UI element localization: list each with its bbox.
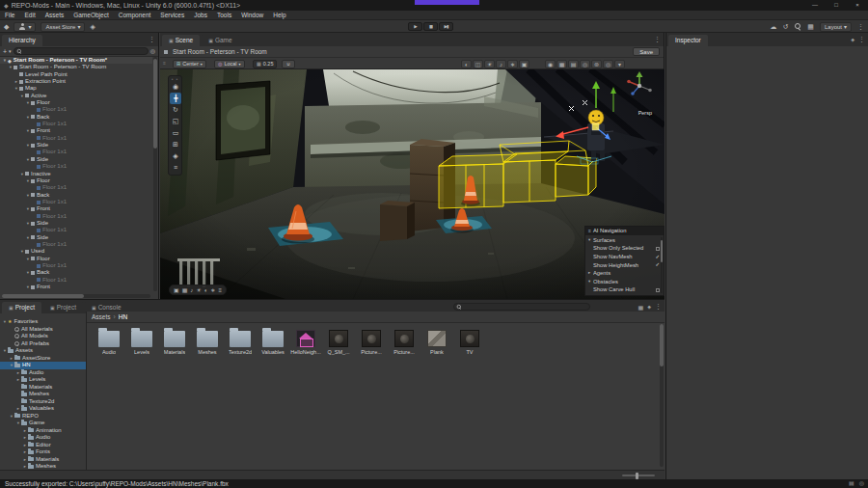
audio-icon[interactable]: ♪: [190, 285, 193, 295]
snap-settings-button[interactable]: ∪: [282, 60, 295, 68]
lighting-icon[interactable]: ☀: [196, 285, 201, 295]
step-button[interactable]: ▶▮: [439, 22, 453, 31]
hierarchy-row[interactable]: ▾Front: [0, 205, 152, 212]
hierarchy-row[interactable]: ▾Side: [0, 142, 152, 149]
lock-icon[interactable]: ◈: [851, 37, 854, 42]
menu-services[interactable]: Services: [155, 11, 189, 19]
project-tree-item-materials[interactable]: ▸Materials: [0, 456, 86, 464]
nav-row-show-navmesh[interactable]: Show NavMesh✓: [585, 253, 664, 261]
effects-icon[interactable]: ∗: [210, 285, 215, 295]
add-gameobject-button[interactable]: +: [3, 47, 7, 56]
asset-item-tv[interactable]: TV: [453, 323, 486, 369]
pivot-dropdown[interactable]: ⊞Center▾: [173, 60, 206, 68]
project-tree-item-assetstore[interactable]: ▸AssetStore: [0, 355, 86, 363]
space-dropdown[interactable]: ◎Local▾: [214, 60, 245, 68]
project-tree-item-favorites[interactable]: ▾★Favorites: [0, 318, 86, 326]
nav-row-show-only-selected[interactable]: Show Only Selected: [585, 244, 664, 253]
menu-window[interactable]: Window: [236, 11, 268, 19]
project-tree-item-valuables[interactable]: ▸Valuables: [0, 405, 86, 413]
asset-item-audio[interactable]: Audio: [93, 323, 125, 369]
nav-overlay-scrollbar[interactable]: [661, 237, 664, 293]
hierarchy-search-input[interactable]: [14, 47, 149, 55]
hierarchy-row[interactable]: Floor 1x1: [0, 277, 152, 284]
hierarchy-row[interactable]: ▾Side: [0, 234, 152, 241]
hierarchy-hscrollbar[interactable]: [2, 294, 150, 298]
hierarchy-row[interactable]: ▾◆Start Room - Peterson - TV Room*: [0, 57, 152, 64]
hierarchy-row[interactable]: Floor 1x1: [0, 213, 152, 220]
transform-tool-button[interactable]: ⊞: [170, 139, 181, 150]
hierarchy-row[interactable]: ▾Start Room - Peterson - TV Room: [0, 64, 152, 70]
scene-menu-icon[interactable]: ⋮: [654, 36, 661, 43]
hierarchy-row[interactable]: Floor 1x1: [0, 199, 152, 205]
hierarchy-row[interactable]: ▾Map: [0, 85, 152, 92]
hierarchy-row[interactable]: Floor 1x1: [0, 121, 152, 127]
layers-icon[interactable]: ▤: [568, 60, 579, 68]
asset-visibility-icon[interactable]: ▦: [637, 304, 643, 311]
asset-item-levels[interactable]: Levels: [125, 323, 158, 369]
project-tree-item-all-materials[interactable]: All Materials: [0, 326, 86, 334]
project-tree-item-all-prefabs[interactable]: All Prefabs: [0, 340, 86, 348]
menu-file[interactable]: File: [0, 11, 19, 19]
scale-tool-button[interactable]: ◱: [170, 116, 181, 127]
asset-item-picture[interactable]: Picture...: [388, 323, 420, 369]
checkbox[interactable]: ✓: [655, 255, 660, 259]
project-tree-item-audio[interactable]: ▸Audio: [0, 434, 86, 442]
undo-history-icon[interactable]: ↺: [782, 21, 788, 32]
caret-icon[interactable]: ▾: [614, 60, 625, 68]
checkbox[interactable]: ✓: [655, 262, 660, 267]
project-tree-item-levels[interactable]: ▸Levels: [0, 376, 86, 384]
scene-visibility-icon[interactable]: ◎: [150, 47, 155, 56]
project-menu-icon[interactable]: ⋮: [655, 303, 662, 311]
eye-icon[interactable]: ◎: [580, 60, 590, 68]
effects-icon[interactable]: ∗: [507, 60, 518, 68]
project-tree-item-game[interactable]: ▾Game: [0, 420, 86, 427]
grid-icon[interactable]: ▦: [182, 285, 188, 295]
more-tool-button[interactable]: ≡: [170, 162, 181, 174]
project-tree-item-texture2d[interactable]: Texture2d: [0, 398, 86, 406]
hierarchy-row[interactable]: Floor 1x1: [0, 135, 152, 142]
more-icon[interactable]: ≡: [218, 285, 222, 295]
hierarchy-row[interactable]: Level Path Point: [0, 71, 152, 78]
lighting-icon[interactable]: ☀: [484, 60, 495, 68]
thumbnail-zoom-slider[interactable]: [622, 474, 655, 476]
hierarchy-row[interactable]: ▾Floor: [0, 177, 152, 184]
asset-item-texture2d[interactable]: Texture2d: [224, 323, 257, 369]
shading-icon[interactable]: ◐: [461, 60, 472, 68]
project-scrollbar[interactable]: [660, 324, 664, 467]
save-button[interactable]: Save: [633, 47, 660, 56]
asset-item-plank[interactable]: Plank: [420, 323, 453, 369]
camera-icon[interactable]: ▣: [174, 285, 179, 295]
move-tool-button[interactable]: ╋: [170, 93, 181, 104]
play-button[interactable]: ▶: [408, 22, 422, 31]
menu-edit[interactable]: Edit: [19, 11, 40, 19]
hierarchy-row[interactable]: ▾Used: [0, 248, 152, 255]
hierarchy-row[interactable]: ▸Extraction Point: [0, 78, 152, 85]
camera-icon[interactable]: ▣: [519, 60, 529, 68]
hierarchy-row[interactable]: ▾Floor: [0, 99, 152, 106]
nav-row-show-heightmesh[interactable]: Show HeightMesh✓: [585, 261, 664, 270]
menu-tools[interactable]: Tools: [212, 11, 236, 19]
project-tree-item-animation[interactable]: ▸Animation: [0, 427, 86, 435]
grid-icon[interactable]: ▦: [556, 60, 567, 68]
project-tree-item-all-models[interactable]: All Models: [0, 333, 86, 340]
asset-store-button[interactable]: Asset Store▾: [41, 22, 85, 32]
rotate-tool-button[interactable]: ↻: [170, 104, 181, 116]
hierarchy-row[interactable]: Floor 1x1: [0, 163, 152, 170]
nav-row-agents[interactable]: ▸Agents: [585, 269, 664, 278]
hierarchy-row[interactable]: Floor 1x1: [0, 241, 152, 248]
notification-icon[interactable]: ◎: [859, 479, 864, 488]
menu-jobs[interactable]: Jobs: [189, 11, 212, 19]
rect-tool-button[interactable]: ▭: [170, 127, 181, 139]
menu-component[interactable]: Component: [114, 11, 156, 19]
search-icon[interactable]: [794, 23, 801, 31]
layout-dropdown[interactable]: Layout▾: [820, 22, 852, 32]
checkbox[interactable]: [656, 247, 660, 251]
project-tree-item-assets[interactable]: ▾Assets: [0, 347, 86, 355]
hierarchy-scrollbar[interactable]: [153, 57, 157, 291]
inspector-menu-icon[interactable]: ⋮: [858, 36, 865, 43]
hierarchy-row[interactable]: Floor 1x1: [0, 262, 152, 269]
hierarchy-row[interactable]: ▾Back: [0, 114, 152, 121]
tab-game[interactable]: ▣Game: [202, 35, 238, 46]
hierarchy-row[interactable]: ▾Front: [0, 284, 152, 290]
asset-item-helloneigh[interactable]: HelloNeigh...: [289, 323, 322, 369]
